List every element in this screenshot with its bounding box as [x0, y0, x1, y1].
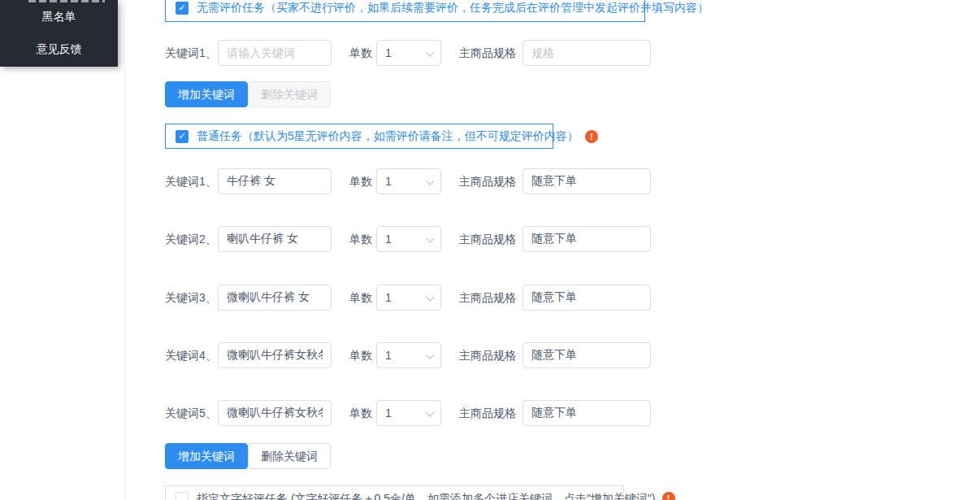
normal-task-notice: ✓ 普通任务（默认为5星无评价内容，如需评价请备注，但不可规定评价内容） ! [165, 124, 553, 149]
keyword-row-5: 关键词5、 单数 1 主商品规格 [165, 400, 669, 426]
spec-label: 主商品规格 [459, 400, 516, 426]
qty-select[interactable]: 1 [376, 285, 441, 311]
remove-keyword-button-disabled[interactable]: 删除关键词 [248, 81, 331, 107]
clipped-menu-item [28, 0, 105, 2]
keyword-row-empty: 关键词1、 单数 1 主商品规格 [165, 40, 669, 66]
remove-keyword-button[interactable]: 删除关键词 [248, 443, 331, 469]
keyword-row-4: 关键词4、 单数 1 主商品规格 [165, 342, 669, 368]
qty-select[interactable]: 1 [376, 226, 441, 252]
spec-input[interactable] [523, 40, 651, 66]
keyword-input[interactable] [218, 400, 332, 426]
keyword-input[interactable] [218, 226, 332, 252]
qty-select-value: 1 [385, 233, 392, 246]
no-review-task-checkbox[interactable]: ✓ [176, 2, 189, 15]
spec-input[interactable] [523, 285, 651, 311]
qty-select-value: 1 [385, 291, 392, 304]
keyword-input[interactable] [218, 40, 332, 66]
qty-label: 单数 [349, 226, 372, 252]
no-review-task-label: 无需评价任务（买家不进行评价，如果后续需要评价，任务完成后在评价管理中发起评价并… [197, 1, 709, 15]
add-keyword-button[interactable]: 增加关键词 [165, 443, 248, 469]
keyword-input[interactable] [218, 342, 332, 368]
qty-select[interactable]: 1 [376, 40, 441, 66]
keyword-actions-top: 增加关键词 删除关键词 [165, 81, 490, 107]
task-form: ✓ 无需评价任务（买家不进行评价，如果后续需要评价，任务完成后在评价管理中发起评… [165, 0, 669, 500]
keyword-label: 关键词1、 [165, 168, 217, 194]
spec-label: 主商品规格 [459, 285, 516, 311]
spec-label: 主商品规格 [459, 40, 516, 66]
warning-icon: ! [662, 492, 675, 500]
text-review-task-notice: 指定文字好评任务 (文字好评任务＋0.5金/单，如需添加多个进店关键词，点击"增… [165, 485, 624, 500]
keyword-input[interactable] [218, 285, 332, 311]
chevron-down-icon [426, 351, 434, 359]
keyword-input[interactable] [218, 168, 332, 194]
no-review-task-notice: ✓ 无需评价任务（买家不进行评价，如果后续需要评价，任务完成后在评价管理中发起评… [165, 0, 645, 22]
qty-select-value: 1 [385, 46, 392, 59]
spec-input[interactable] [523, 168, 651, 194]
chevron-down-icon [426, 177, 434, 185]
spec-input[interactable] [523, 400, 651, 426]
keyword-label: 关键词2、 [165, 226, 217, 252]
keyword-label: 关键词5、 [165, 400, 217, 426]
spec-label: 主商品规格 [459, 342, 516, 368]
qty-select[interactable]: 1 [376, 168, 441, 194]
keyword-actions-bottom: 增加关键词 删除关键词 [165, 443, 490, 469]
keyword-row-1: 关键词1、 单数 1 主商品规格 [165, 168, 669, 194]
qty-label: 单数 [349, 400, 372, 426]
qty-select[interactable]: 1 [376, 342, 441, 368]
chevron-down-icon [426, 409, 434, 417]
keyword-row-2: 关键词2、 单数 1 主商品规格 [165, 226, 669, 252]
keyword-label: 关键词4、 [165, 342, 217, 368]
qty-label: 单数 [349, 168, 372, 194]
qty-label: 单数 [349, 40, 372, 66]
normal-task-checkbox[interactable]: ✓ [176, 130, 189, 143]
warning-icon: ! [585, 130, 598, 143]
spec-label: 主商品规格 [459, 226, 516, 252]
spec-label: 主商品规格 [459, 168, 516, 194]
qty-select-value: 1 [385, 349, 392, 362]
sidebar-item-feedback[interactable]: 意见反馈 [0, 36, 118, 62]
add-keyword-button[interactable]: 增加关键词 [165, 81, 248, 107]
sidebar-item-blacklist[interactable]: 黑名单 [0, 3, 118, 29]
normal-task-label: 普通任务（默认为5星无评价内容，如需评价请备注，但不可规定评价内容） [197, 129, 579, 144]
text-review-task-checkbox[interactable] [176, 492, 189, 500]
spec-input[interactable] [523, 342, 651, 368]
chevron-down-icon [426, 49, 434, 57]
qty-select-value: 1 [385, 175, 392, 188]
keyword-label: 关键词1、 [165, 40, 217, 66]
qty-label: 单数 [349, 285, 372, 311]
chevron-down-icon [426, 235, 434, 243]
spec-input[interactable] [523, 226, 651, 252]
sidebar: 黑名单 意见反馈 [0, 0, 118, 67]
chevron-down-icon [426, 293, 434, 302]
keyword-row-3: 关键词3、 单数 1 主商品规格 [165, 285, 669, 311]
keyword-label: 关键词3、 [165, 285, 217, 311]
text-review-task-label: 指定文字好评任务 (文字好评任务＋0.5金/单，如需添加多个进店关键词，点击"增… [197, 492, 656, 500]
qty-label: 单数 [349, 342, 372, 368]
qty-select-value: 1 [385, 407, 392, 420]
qty-select[interactable]: 1 [376, 400, 441, 426]
content-divider [124, 0, 125, 500]
